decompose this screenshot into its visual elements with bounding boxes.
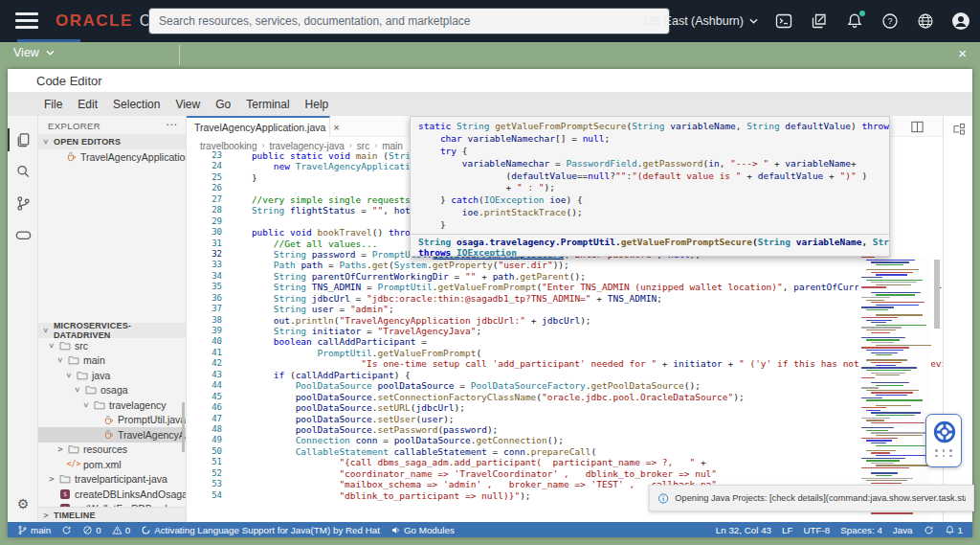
menu-file[interactable]: File — [36, 98, 70, 111]
line-number[interactable]: 50 — [187, 446, 222, 457]
line-number[interactable]: 35 — [187, 282, 222, 292]
hamburger-menu-icon[interactable] — [15, 12, 38, 30]
menu-go[interactable]: Go — [208, 98, 238, 111]
line-number[interactable]: 36 — [187, 293, 222, 304]
tree-item-src[interactable]: >src — [38, 338, 187, 353]
view-dropdown[interactable]: View — [13, 46, 55, 59]
code-line[interactable]: 43 if (callAddParticipant) { — [187, 370, 943, 380]
line-number[interactable]: 25 — [187, 172, 222, 183]
code-line[interactable]: 52 "coordinator_name => 'TravelCoordinat… — [187, 468, 943, 479]
line-number[interactable]: 29 — [187, 216, 222, 227]
notification-toast[interactable]: Opening Java Projects: [check details](c… — [649, 485, 974, 511]
split-editor-icon[interactable] — [910, 120, 924, 134]
menu-selection[interactable]: Selection — [105, 98, 167, 111]
workspace-section[interactable]: > MICROSERVICES-DATADRIVEN — [38, 323, 187, 338]
tree-item-resources[interactable]: >resources — [38, 443, 187, 458]
explorer-icon[interactable] — [8, 125, 38, 154]
breadcrumb-item[interactable]: travelbooking — [200, 141, 256, 151]
tree-item-osaga[interactable]: >osaga — [38, 383, 187, 398]
status-0[interactable]: 0 — [82, 525, 100, 535]
code-line[interactable]: 37 String user = "admin"; — [187, 304, 943, 314]
line-number[interactable]: 24 — [187, 161, 222, 171]
code-line[interactable]: 36 String jdbcUrl = "jdbc:oracle:thin:@s… — [187, 293, 943, 304]
line-number[interactable]: 31 — [187, 238, 222, 249]
code-line[interactable]: 51 "{call dbms_saga_adm.add_participant(… — [187, 457, 943, 467]
status-sync-icon[interactable] — [61, 525, 72, 535]
line-number[interactable]: 28 — [187, 205, 222, 216]
tab-travelagencyapplication[interactable]: TravelAgencyApplication.java × — [187, 116, 330, 137]
line-number[interactable]: 26 — [187, 183, 222, 193]
tree-item-java[interactable]: >java — [38, 368, 187, 383]
line-number[interactable]: 40 — [187, 336, 222, 347]
code-line[interactable]: 41 PromptUtil.getValueFromPrompt( — [187, 348, 943, 358]
globe-language-icon[interactable] — [916, 11, 935, 31]
close-icon[interactable]: × — [958, 45, 967, 61]
status-java[interactable]: Java — [893, 525, 913, 535]
breadcrumb-item[interactable]: travelagency-java — [269, 141, 344, 151]
status-activating-language-support-[interactable]: Activating Language Support for Java(TM)… — [141, 525, 380, 535]
code-line[interactable]: 47 poolDataSource.setUser(user); — [187, 414, 943, 424]
line-number[interactable]: 49 — [187, 435, 222, 445]
code-line[interactable]: 42 "Is one-time setup call 'add_particip… — [187, 358, 943, 369]
announcements-edit-icon[interactable] — [810, 11, 829, 31]
status-ln-32-col-43[interactable]: Ln 32, Col 43 — [716, 525, 771, 535]
line-number[interactable]: 51 — [187, 457, 222, 467]
code-line[interactable]: 38 out.println("TravelAgencyApplication … — [187, 315, 943, 326]
status-main[interactable]: main — [17, 525, 51, 535]
help-icon[interactable]: ? — [880, 11, 900, 31]
line-number[interactable]: 54 — [187, 490, 222, 501]
region-selector[interactable]: US East (Ashburn) — [644, 14, 758, 28]
hierarchy-icon[interactable] — [951, 122, 967, 137]
line-number[interactable]: 39 — [187, 326, 222, 336]
code-line[interactable]: 50 CallableStatement callableStatement =… — [187, 446, 943, 457]
line-number[interactable]: 27 — [187, 194, 222, 205]
line-number[interactable]: 38 — [187, 315, 222, 326]
tree-item-pom-xml[interactable]: </>pom.xml — [38, 457, 187, 472]
status-lf[interactable]: LF — [782, 525, 792, 535]
status-utf-8[interactable]: UTF-8 — [804, 525, 831, 535]
timeline-section[interactable]: > TIMELINE — [38, 507, 187, 522]
breadcrumb-item[interactable]: main — [382, 141, 403, 151]
line-number[interactable]: 32 — [187, 249, 222, 260]
search-input[interactable] — [148, 8, 670, 34]
tree-item-promptutil-java[interactable]: PromptUtil.java — [38, 413, 187, 428]
tree-item-main[interactable]: >main — [38, 353, 187, 369]
status-0[interactable]: 0 — [112, 525, 130, 535]
menu-view[interactable]: View — [167, 98, 208, 111]
code-line[interactable]: 33 Path path = Paths.get(System.getPrope… — [187, 260, 943, 270]
menu-terminal[interactable]: Terminal — [238, 98, 297, 111]
code-line[interactable]: 48 poolDataSource.setPassword(password); — [187, 424, 943, 435]
tree-item-travelagency[interactable]: >travelagency — [38, 397, 187, 413]
more-actions-icon[interactable]: ⋯ — [166, 118, 177, 131]
gear-icon[interactable]: ⚙ — [8, 489, 38, 518]
notifications-bell-icon[interactable] — [845, 11, 864, 31]
line-number[interactable]: 37 — [187, 304, 222, 314]
line-number[interactable]: 47 — [187, 414, 222, 424]
line-number[interactable]: 46 — [187, 402, 222, 413]
sidebar-scrollbar[interactable] — [182, 402, 185, 452]
code-line[interactable]: 40 boolean callAddParticipant = — [187, 336, 943, 347]
line-number[interactable]: 52 — [187, 468, 222, 479]
code-line[interactable]: 34 String parentOfCurrentWorkingDir = ""… — [187, 271, 943, 282]
tree-item-createdblinksandosagai-[interactable]: $createDBLinksAndOsagaI... — [38, 487, 187, 502]
plugin-icon[interactable] — [8, 220, 38, 249]
status-spaces-4[interactable]: Spaces: 4 — [840, 525, 882, 535]
code-line[interactable]: 44 PoolDataSource poolDataSource = PoolD… — [187, 380, 943, 391]
line-number[interactable]: 30 — [187, 227, 222, 238]
line-number[interactable]: 43 — [187, 370, 222, 380]
code-line[interactable]: 49 Connection conn = poolDataSource.getC… — [187, 435, 943, 445]
search-icon[interactable] — [8, 157, 38, 186]
line-number[interactable]: 42 — [187, 358, 222, 369]
source-control-icon[interactable] — [8, 189, 38, 217]
minimap[interactable] — [858, 257, 931, 522]
open-editors-section[interactable]: > OPEN EDITORS — [38, 134, 187, 149]
code-line[interactable]: 45 poolDataSource.setConnectionFactoryCl… — [187, 392, 943, 402]
tree-item-travelparticipant-java[interactable]: >travelparticipant-java — [38, 472, 187, 488]
status-go-modules[interactable]: Go Modules — [390, 525, 455, 535]
tab-close-icon[interactable]: × — [333, 122, 339, 133]
line-number[interactable]: 53 — [187, 479, 222, 489]
status-sync-icon[interactable] — [924, 525, 934, 535]
code-line[interactable]: 46 poolDataSource.setURL(jdbcUrl); — [187, 402, 943, 413]
line-number[interactable]: 33 — [187, 260, 222, 270]
open-editor-item[interactable]: TravelAgencyApplication.java — [38, 149, 187, 165]
